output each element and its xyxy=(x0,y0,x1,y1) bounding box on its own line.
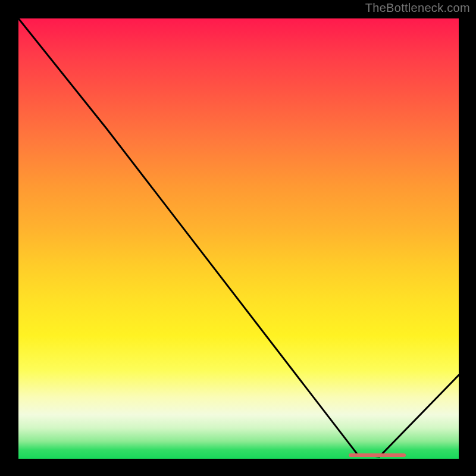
bottleneck-curve xyxy=(18,18,459,459)
watermark-text: TheBottleneck.com xyxy=(365,1,470,15)
chart-stage: TheBottleneck.com xyxy=(0,0,476,476)
plot-area xyxy=(18,18,459,459)
minimum-marker xyxy=(349,453,406,457)
